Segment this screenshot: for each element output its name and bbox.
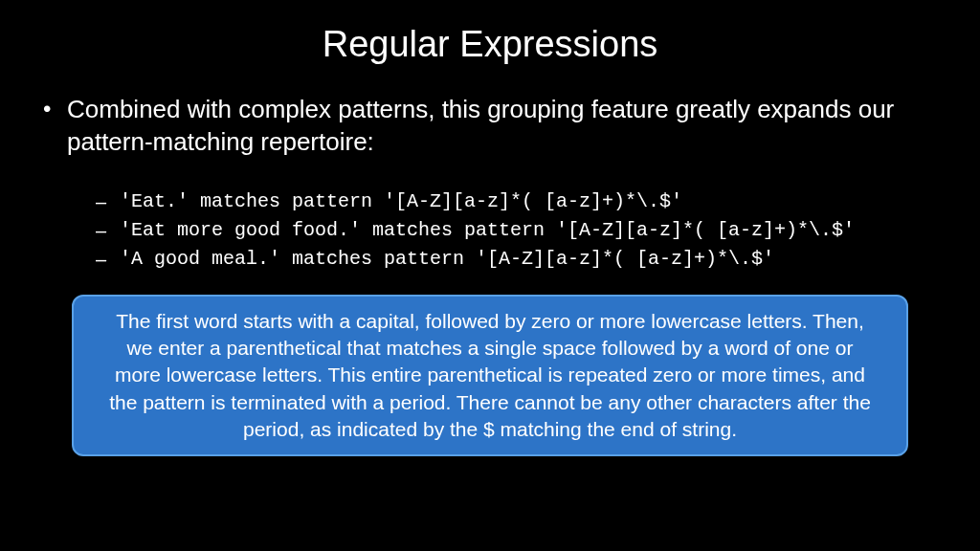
main-bullet-text: Combined with complex patterns, this gro… bbox=[38, 94, 942, 159]
example-item: 'Eat.' matches pattern '[A-Z][a-z]*( [a-… bbox=[96, 187, 942, 216]
example-item: 'Eat more good food.' matches pattern '[… bbox=[96, 216, 942, 245]
slide-container: Regular Expressions Combined with comple… bbox=[0, 0, 980, 551]
slide-title: Regular Expressions bbox=[38, 24, 942, 65]
explanation-callout: The first word starts with a capital, fo… bbox=[72, 295, 908, 457]
example-item: 'A good meal.' matches pattern '[A-Z][a-… bbox=[96, 245, 942, 274]
example-list: 'Eat.' matches pattern '[A-Z][a-z]*( [a-… bbox=[38, 187, 942, 274]
